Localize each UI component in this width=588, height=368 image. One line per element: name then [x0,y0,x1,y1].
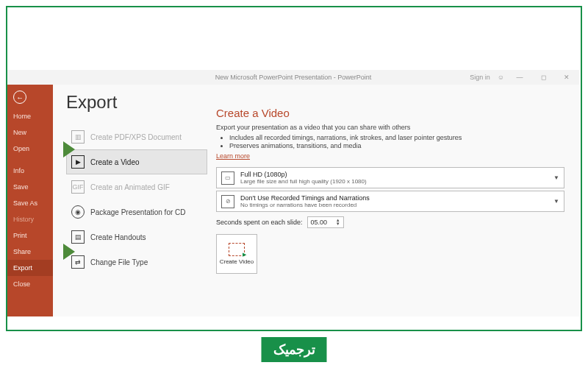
timings-icon: ⊘ [221,195,234,208]
cd-icon: ◉ [71,205,85,219]
export-create-video[interactable]: ▶ Create a Video [66,149,207,174]
export-pdf-xps[interactable]: ▥ Create PDF/XPS Document [66,124,207,149]
sidebar-item-saveas[interactable]: Save As [7,195,53,211]
sidebar-item-close[interactable]: Close [7,276,53,292]
window-title: New Microsoft PowerPoint Presentation - … [215,74,372,81]
main-area: Export ▥ Create PDF/XPS Document ▶ Creat… [53,85,579,316]
detail-bullets: Includes all recorded timings, narration… [229,134,564,149]
maximize-button[interactable]: ◻ [535,74,551,81]
watermark-badge: ترجمیک [262,337,327,362]
export-package-cd[interactable]: ◉ Package Presentation for CD [66,199,207,224]
chevron-down-icon: ▼ [553,198,559,205]
chevron-down-icon: ▼ [553,174,559,181]
export-change-filetype[interactable]: ⇄ Change File Type [66,250,207,275]
create-video-icon [229,243,245,256]
annotation-arrow-1 [44,138,75,160]
minimize-button[interactable]: — [512,74,528,81]
signin-link[interactable]: Sign in [470,74,490,81]
sidebar-item-home[interactable]: Home [7,108,53,124]
detail-desc: Export your presentation as a video that… [216,124,564,131]
back-button[interactable]: ← [13,91,26,104]
timings-dropdown[interactable]: ⊘ Don't Use Recorded Timings and Narrati… [216,191,564,212]
export-animated-gif[interactable]: GIF Create an Animated GIF [66,174,207,199]
sidebar-item-save[interactable]: Save [7,179,53,195]
sidebar-item-info[interactable]: Info [7,163,53,179]
spinner-icon[interactable]: ▲▼ [336,219,340,226]
account-icon[interactable]: ☺ [498,74,504,81]
monitor-icon: ▭ [221,171,234,185]
quality-dropdown[interactable]: ▭ Full HD (1080p) Large file size and fu… [216,167,564,188]
seconds-row: Seconds spent on each slide: 05.00 ▲▼ [216,216,564,228]
backstage-sidebar: ← Home New Open Info Save Save As Histor… [7,85,53,316]
seconds-input[interactable]: 05.00 ▲▼ [307,216,344,228]
export-title: Export [66,92,207,113]
detail-heading: Create a Video [216,107,564,119]
titlebar-right: Sign in ☺ — ◻ ✕ [470,74,575,81]
create-video-button[interactable]: Create Video [216,234,257,274]
seconds-label: Seconds spent on each slide: [216,219,303,226]
export-handouts[interactable]: ▤ Create Handouts [66,224,207,250]
gif-icon: GIF [71,180,85,194]
powerpoint-backstage: New Microsoft PowerPoint Presentation - … [7,70,579,316]
annotation-arrow-2 [44,241,75,263]
sidebar-item-history[interactable]: History [7,211,53,227]
close-button[interactable]: ✕ [559,74,575,81]
export-detail-pane: Create a Video Export your presentation … [207,85,579,316]
titlebar: New Microsoft PowerPoint Presentation - … [7,70,579,85]
learn-more-link[interactable]: Learn more [216,152,250,160]
export-options-column: Export ▥ Create PDF/XPS Document ▶ Creat… [53,85,207,316]
